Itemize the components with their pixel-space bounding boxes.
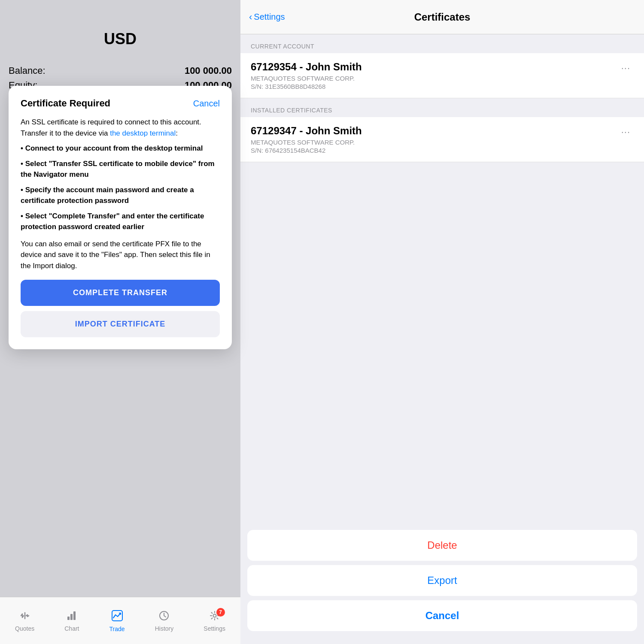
modal-body: An SSL certificate is required to connec… xyxy=(21,117,220,271)
current-account-info: 67129354 - John Smith METAQUOTES SOFTWAR… xyxy=(251,61,618,90)
back-label: Settings xyxy=(254,12,285,22)
svg-rect-0 xyxy=(67,617,70,620)
current-account-company: METAQUOTES SOFTWARE CORP. xyxy=(251,75,618,82)
current-account-name: 67129354 - John Smith xyxy=(251,61,618,73)
installed-cert-row: 67129347 - John Smith METAQUOTES SOFTWAR… xyxy=(251,125,634,154)
certificate-modal: Certificate Required Cancel An SSL certi… xyxy=(9,86,232,349)
installed-cert-info: 67129347 - John Smith METAQUOTES SOFTWAR… xyxy=(251,125,618,154)
balance-row: Balance: 100 000.00 xyxy=(9,65,232,76)
bullet-2: • Select "Transfer SSL certificate to mo… xyxy=(21,158,220,180)
installed-cert-more-button[interactable]: ··· xyxy=(618,125,634,139)
quotes-icon xyxy=(19,610,31,623)
modal-note: You can also email or send the certifica… xyxy=(21,239,220,272)
bullet-3: • Specify the account main password and … xyxy=(21,184,220,206)
back-chevron-icon: ‹ xyxy=(249,12,252,23)
complete-transfer-button[interactable]: COMPLETE TRANSFER xyxy=(21,280,220,306)
export-button[interactable]: Export xyxy=(247,565,637,596)
bullet-4: • Select "Complete Transfer" and enter t… xyxy=(21,211,220,233)
modal-title: Certificate Required xyxy=(21,98,110,109)
tab-quotes[interactable]: Quotes xyxy=(15,610,34,632)
modal-header: Certificate Required Cancel xyxy=(21,98,220,109)
delete-button[interactable]: Delete xyxy=(247,530,637,561)
tab-history-label: History xyxy=(155,625,174,632)
tab-bar: Quotes Chart Trade xyxy=(0,597,240,644)
import-certificate-button[interactable]: IMPORT CERTIFICATE xyxy=(21,311,220,337)
current-account-serial: S/N: 31E3560BB8D48268 xyxy=(251,83,618,90)
account-currency: USD xyxy=(13,17,228,57)
svg-rect-2 xyxy=(73,611,76,620)
bullet-1: • Connect to your account from the deskt… xyxy=(21,143,220,154)
installed-cert-card: 67129347 - John Smith METAQUOTES SOFTWAR… xyxy=(240,117,644,162)
tab-trade-label: Trade xyxy=(109,626,125,632)
action-sheet: Delete Export Cancel xyxy=(240,525,644,644)
installed-cert-name: 67129347 - John Smith xyxy=(251,125,618,137)
installed-certs-section-header: INSTALLED CERTIFICATES xyxy=(240,98,644,117)
nav-title: Certificates xyxy=(414,11,471,23)
tab-history[interactable]: History xyxy=(155,610,174,632)
history-icon xyxy=(158,610,170,623)
installed-cert-company: METAQUOTES SOFTWARE CORP. xyxy=(251,139,618,146)
settings-icon: 7 xyxy=(209,610,221,623)
trade-icon xyxy=(111,609,124,624)
tab-trade[interactable]: Trade xyxy=(109,609,125,632)
tab-chart-label: Chart xyxy=(64,625,79,632)
current-account-card: 67129354 - John Smith METAQUOTES SOFTWAR… xyxy=(240,53,644,98)
installed-cert-serial: S/N: 6764235154BACB42 xyxy=(251,147,618,154)
current-account-section-header: CURRENT ACCOUNT xyxy=(240,34,644,53)
current-account-more-button[interactable]: ··· xyxy=(618,61,634,76)
modal-colon: : xyxy=(176,129,178,137)
svg-point-5 xyxy=(213,614,216,617)
balance-value: 100 000.00 xyxy=(185,65,232,76)
desktop-terminal-link[interactable]: the desktop terminal xyxy=(110,129,176,137)
svg-rect-1 xyxy=(70,614,73,620)
tab-quotes-label: Quotes xyxy=(15,625,34,632)
current-account-row: 67129354 - John Smith METAQUOTES SOFTWAR… xyxy=(251,61,634,90)
modal-cancel-button[interactable]: Cancel xyxy=(193,99,220,109)
left-panel: USD Balance: 100 000.00 Equity: 100 000.… xyxy=(0,0,240,644)
action-cancel-button[interactable]: Cancel xyxy=(247,600,637,631)
nav-bar: ‹ Settings Certificates xyxy=(240,0,644,34)
right-panel: ‹ Settings Certificates CURRENT ACCOUNT … xyxy=(240,0,644,644)
settings-badge: 7 xyxy=(216,608,225,617)
account-header: USD xyxy=(0,0,240,65)
nav-back-button[interactable]: ‹ Settings xyxy=(249,12,285,23)
chart-icon xyxy=(66,610,78,623)
certificates-content: CURRENT ACCOUNT 67129354 - John Smith ME… xyxy=(240,34,644,525)
tab-chart[interactable]: Chart xyxy=(64,610,79,632)
balance-label: Balance: xyxy=(9,65,46,76)
tab-settings[interactable]: 7 Settings xyxy=(204,610,225,632)
tab-settings-label: Settings xyxy=(204,625,225,632)
